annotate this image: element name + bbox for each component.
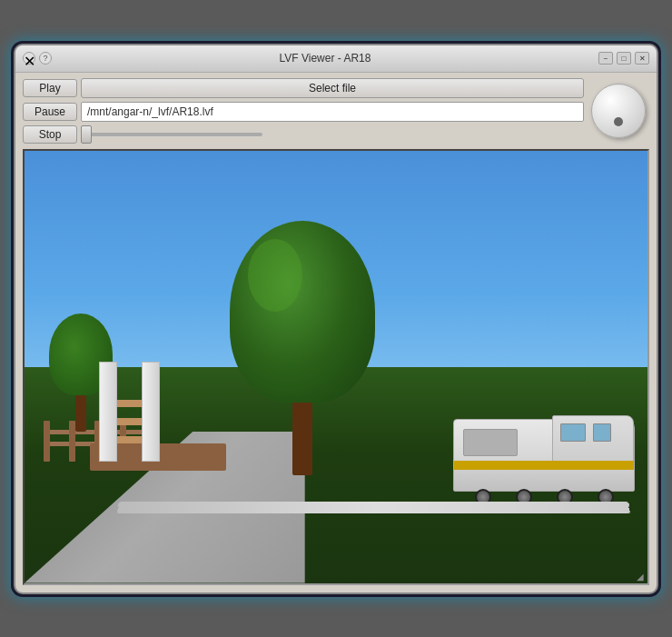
- toolbar: Play Select file Pause Stop: [15, 73, 657, 149]
- help-icon[interactable]: ?: [39, 52, 52, 65]
- gate-structure: [99, 362, 160, 462]
- pause-button[interactable]: Pause: [23, 103, 77, 121]
- app-window: ✕ ? LVF Viewer - AR18 − □ ✕ Play Select …: [14, 44, 658, 594]
- maximize-icon[interactable]: □: [617, 52, 631, 65]
- scene: [25, 151, 647, 583]
- gate-post-tall-2: [142, 362, 160, 462]
- rail-track-top: [117, 502, 629, 507]
- gate-post-tall-1: [99, 362, 117, 462]
- titlebar: ✕ ? LVF Viewer - AR18 − □ ✕: [15, 45, 657, 73]
- play-button[interactable]: Play: [23, 79, 77, 97]
- titlebar-right-controls: − □ ✕: [598, 52, 649, 65]
- window-close-icon[interactable]: ✕: [635, 52, 649, 65]
- stop-button[interactable]: Stop: [23, 125, 77, 144]
- volume-knob-container: [588, 80, 649, 142]
- minimize-icon[interactable]: −: [598, 52, 613, 65]
- knob-indicator: [614, 117, 623, 126]
- playback-slider[interactable]: [81, 133, 262, 136]
- train: [453, 396, 635, 505]
- tree-large-center: [230, 221, 375, 475]
- file-path-input[interactable]: [81, 102, 584, 122]
- select-file-button[interactable]: Select file: [81, 78, 584, 98]
- resize-handle[interactable]: ◢: [637, 572, 644, 582]
- playback-slider-container: [81, 133, 584, 136]
- viewport: ◢: [23, 149, 649, 585]
- close-icon[interactable]: ✕: [23, 52, 35, 65]
- titlebar-left-controls: ✕ ?: [23, 52, 52, 65]
- window-title: LVF Viewer - AR18: [280, 52, 371, 65]
- volume-knob[interactable]: [591, 84, 646, 138]
